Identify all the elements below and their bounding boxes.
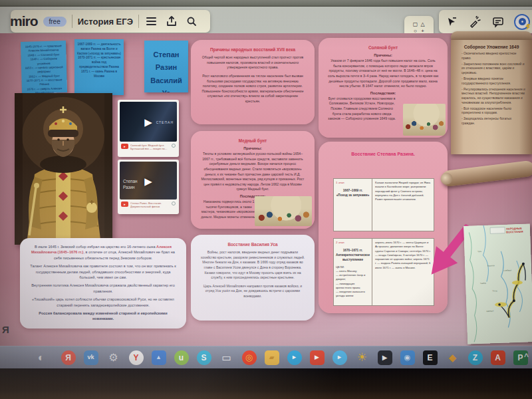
block-paragraph: Бунт отозвался городскими восстаниями в … xyxy=(327,96,396,122)
sticky-note-dates-razin[interactable]: 1667-1669 гг. — деятельность ватаги Рази… xyxy=(74,39,124,95)
divider xyxy=(72,15,72,28)
scroll-bullet-list: Окончательно введено крепостное право.За… xyxy=(458,52,525,126)
scroll-bullet: Регулировались отношения населения и мес… xyxy=(462,88,525,105)
block-title: Причины народных восстаний XVII века xyxy=(200,47,306,52)
taskbar-icon-shield-orange[interactable]: ◆ xyxy=(444,349,461,366)
taskbar-icon-player-dark[interactable]: ▶ xyxy=(376,349,393,366)
svg-text:Пенза: Пенза xyxy=(492,289,497,292)
video-caption[interactable]: Степан Разин. Восстание. Документальный … xyxy=(130,201,170,209)
scroll-bullet: Всё посадское население было прикреплено… xyxy=(462,107,525,116)
block-label: Причины: xyxy=(200,146,306,150)
miro-logo[interactable]: miro xyxy=(11,13,38,29)
block-label: Причины: xyxy=(327,53,439,57)
info-icon[interactable] xyxy=(172,144,176,148)
app-icon: u xyxy=(174,350,189,365)
riot-painting-image[interactable] xyxy=(255,196,312,226)
scroll-bullet: Впервые введено понятие государственного… xyxy=(462,77,525,86)
taskbar-icon-photos[interactable]: ▲ xyxy=(150,349,167,366)
block-vasily-us[interactable]: Восстание Василия Уса Войны, рост налого… xyxy=(191,235,315,321)
sticky-note-razin-us[interactable]: Степан Разин Василий Ус xyxy=(144,41,188,92)
collaboration-toolbar xyxy=(439,10,532,33)
taskbar-icon-start-partial[interactable]: ◐ xyxy=(37,349,54,366)
export-icon[interactable] xyxy=(164,14,179,29)
laptop-bezel xyxy=(0,368,532,399)
app-icon: Z xyxy=(468,350,483,365)
user-avatar[interactable] xyxy=(514,14,530,30)
menu-icon[interactable] xyxy=(144,14,159,29)
search-icon[interactable] xyxy=(184,14,199,29)
app-icon: A xyxy=(491,350,505,365)
video-thumbnail[interactable]: ▶ СТЕПАН xyxy=(120,102,177,142)
taskbar-icon-e-app[interactable]: E xyxy=(422,349,438,366)
app-icon: ▶ xyxy=(310,350,325,365)
taskbar-icon-media-swoosh[interactable]: ► xyxy=(331,349,348,366)
svg-text:Тамбов: Тамбов xyxy=(480,282,487,285)
scroll-body: Соборное Уложение 1649 Окончательно введ… xyxy=(451,40,532,154)
browser-top-strip: miro free История ЕГЭ ▢△○+ xyxy=(0,7,532,33)
block-prichiny-vosstaniy[interactable]: Причины народных восстаний XVII века Общ… xyxy=(191,40,315,124)
taskbar-icon-opera-ring[interactable]: ◎ xyxy=(241,349,257,366)
board-title[interactable]: История ЕГЭ xyxy=(78,17,133,27)
app-icon: Я xyxy=(61,350,76,365)
block-paragraph: Наказанию подверглись около 1 тысячи бун… xyxy=(200,200,258,220)
info-icon[interactable] xyxy=(172,201,176,205)
block-paragraph: Тяготы в условиях затянувшейся русско-по… xyxy=(200,152,306,192)
board-text-fragment[interactable]: Я xyxy=(2,324,9,335)
taskbar-icon-utorrent[interactable]: u xyxy=(173,349,190,366)
block-paragraph: Талант Алексея Михайловича как правителя… xyxy=(29,263,178,280)
comment-icon[interactable] xyxy=(491,15,505,29)
block-medny-bunt[interactable]: Медный бунт Причины: Тяготы в условиях з… xyxy=(191,131,315,229)
riot-painting-image[interactable] xyxy=(403,104,446,136)
video-caption[interactable]: Соляной бунт. Медный бунт. Бунташный век… xyxy=(130,144,170,151)
taskbar-icon-vk[interactable]: vk xyxy=(82,349,99,366)
taskbar-icon-file-explorer[interactable]: ▰ xyxy=(263,349,280,366)
shapes-icon: ▢△○+ xyxy=(412,21,426,34)
plan-badge[interactable]: free xyxy=(43,17,66,27)
stage-period: 1667–1669 гг. «Поход за зипунами» xyxy=(336,188,370,198)
sticky-note-dates-reign[interactable]: 1645-1676 гг. — правление Алексея Михайл… xyxy=(21,41,67,94)
taskbar-icon-camera-blue[interactable]: ◉ xyxy=(399,349,416,366)
lightning-badge-icon xyxy=(525,24,531,31)
taskbar-icon-sun-app[interactable]: ☀ xyxy=(354,349,370,366)
block-title: Восстание Василия Уса xyxy=(200,242,306,247)
taskbar-icon-skype[interactable]: S xyxy=(196,349,212,366)
sobornoye-ulozhenie-scroll[interactable]: Соборное Уложение 1649 Окончательно введ… xyxy=(451,31,532,176)
razin-stage1-table[interactable]: 1 этап 1667–1669 гг. «Поход за зипунами»… xyxy=(333,178,434,231)
tsar-alexei-portrait-image[interactable] xyxy=(15,93,112,245)
play-icon[interactable]: ▶ xyxy=(144,176,152,186)
taskbar-icon-yandex[interactable]: Я xyxy=(60,349,76,366)
taskbar-icon-settings-gear[interactable]: ⚙ xyxy=(105,349,122,366)
taskbar-icon-video-red[interactable]: ▶ xyxy=(309,349,325,366)
uprisings-map-image[interactable]: НАРОДНЫЕ ВОССТАНИЯ ТулаВоронежТамбов Пен… xyxy=(464,223,532,344)
cursor-icon[interactable] xyxy=(444,15,459,29)
video-card-razin[interactable]: ▶ Степан Разин ▸ Степан Разин. Восстание… xyxy=(118,160,179,214)
video-card-bunty[interactable]: ▶ СТЕПАН ▸ Соляной бунт. Медный бунт. Бу… xyxy=(118,100,179,157)
block-solyanoy-bunt[interactable]: Соляной бунт Причины: Указом от 7 феврал… xyxy=(319,38,448,138)
block-alexei-mikhailovich[interactable]: В июле 1645 г. Земский собор избрал на ц… xyxy=(20,238,186,329)
taskbar-icon-acrobat[interactable]: A xyxy=(489,349,506,366)
video-thumbnail[interactable]: ▶ Степан Разин xyxy=(120,162,177,200)
tray-expand-caret[interactable]: ^ xyxy=(524,352,529,361)
block-title: Восстание Степана Разина. xyxy=(327,152,439,156)
stage-details: апрель–июль 1670 г. — взяты Царицын и Ас… xyxy=(375,241,431,270)
svg-text:ВОССТАНИЯ: ВОССТАНИЯ xyxy=(506,230,523,234)
taskbar-icon-z-app[interactable]: Z xyxy=(467,349,483,366)
block-razin-uprising[interactable]: Восстание Степана Разина. 1 этап 1667–16… xyxy=(319,142,448,313)
taskbar-icon-telegram[interactable]: ► xyxy=(286,349,303,366)
stage-label: 2 этап xyxy=(336,241,370,244)
taskbar-icon-tv-app[interactable]: ▭ xyxy=(218,349,235,366)
stage-label: 1 этап xyxy=(336,181,370,184)
app-icon: ▰ xyxy=(265,350,279,365)
laser-pointer-icon[interactable] xyxy=(467,15,482,29)
video-overlay-text: СТЕПАН xyxy=(156,120,174,124)
block-paragraph: Россия балансировала между изменённой ст… xyxy=(29,311,178,322)
play-icon[interactable]: ▶ xyxy=(144,117,152,127)
app-icon: ► xyxy=(287,350,302,365)
taskbar-icon-yandex-browser[interactable]: Y xyxy=(128,349,144,366)
scroll-bullet: Окончательно введено крепостное право. xyxy=(462,52,525,61)
app-icon: vk xyxy=(84,350,98,365)
app-icon: S xyxy=(197,350,211,365)
block-paragraph: Войны, рост налогов, введение медных ден… xyxy=(200,250,306,281)
razin-stage2-table[interactable]: 2 этап 1670–1671 гг. Антикрепостническое… xyxy=(333,238,434,306)
app-icon: ◎ xyxy=(242,350,257,365)
